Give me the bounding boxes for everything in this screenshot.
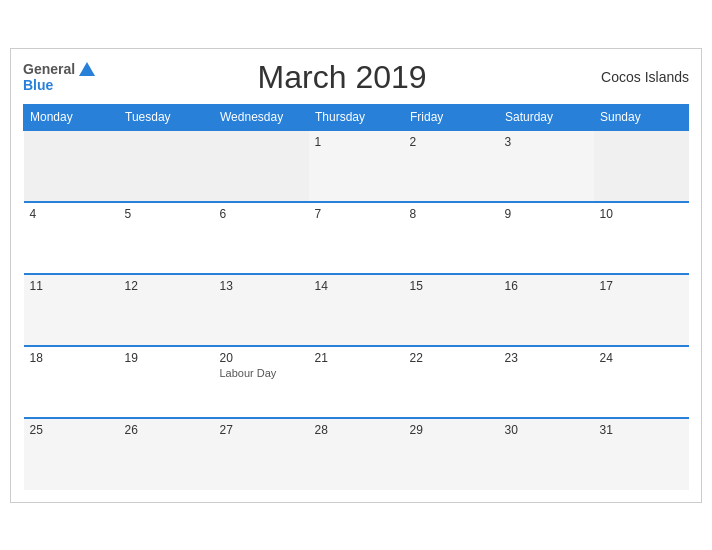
table-row: 5: [119, 202, 214, 274]
table-row: 27: [214, 418, 309, 490]
table-row: 6: [214, 202, 309, 274]
day-event: Labour Day: [220, 367, 303, 379]
table-row: 20Labour Day: [214, 346, 309, 418]
day-number: 2: [410, 135, 493, 149]
day-number: 29: [410, 423, 493, 437]
logo-blue-text: Blue: [23, 77, 53, 93]
day-number: 25: [30, 423, 113, 437]
table-row: [214, 130, 309, 202]
table-row: 25: [24, 418, 119, 490]
table-row: 14: [309, 274, 404, 346]
header-monday: Monday: [24, 104, 119, 130]
weekday-header-row: Monday Tuesday Wednesday Thursday Friday…: [24, 104, 689, 130]
header-thursday: Thursday: [309, 104, 404, 130]
table-row: 4: [24, 202, 119, 274]
day-number: 3: [505, 135, 588, 149]
calendar-title: March 2019: [95, 59, 589, 96]
day-number: 31: [600, 423, 683, 437]
day-number: 28: [315, 423, 398, 437]
table-row: 8: [404, 202, 499, 274]
table-row: [24, 130, 119, 202]
day-number: 14: [315, 279, 398, 293]
calendar-row-2: 11121314151617: [24, 274, 689, 346]
calendar-row-1: 45678910: [24, 202, 689, 274]
day-number: 27: [220, 423, 303, 437]
calendar-row-4: 25262728293031: [24, 418, 689, 490]
table-row: 23: [499, 346, 594, 418]
calendar-header: General Blue March 2019 Cocos Islands: [23, 59, 689, 96]
day-number: 8: [410, 207, 493, 221]
day-number: 10: [600, 207, 683, 221]
table-row: 13: [214, 274, 309, 346]
table-row: [119, 130, 214, 202]
day-number: 9: [505, 207, 588, 221]
day-number: 15: [410, 279, 493, 293]
table-row: 30: [499, 418, 594, 490]
table-row: 9: [499, 202, 594, 274]
day-number: 5: [125, 207, 208, 221]
table-row: 29: [404, 418, 499, 490]
table-row: 22: [404, 346, 499, 418]
calendar-row-0: 123: [24, 130, 689, 202]
header-sunday: Sunday: [594, 104, 689, 130]
day-number: 1: [315, 135, 398, 149]
day-number: 12: [125, 279, 208, 293]
table-row: 18: [24, 346, 119, 418]
day-number: 21: [315, 351, 398, 365]
day-number: 20: [220, 351, 303, 365]
table-row: 10: [594, 202, 689, 274]
day-number: 16: [505, 279, 588, 293]
day-number: 23: [505, 351, 588, 365]
table-row: 1: [309, 130, 404, 202]
day-number: 19: [125, 351, 208, 365]
table-row: [594, 130, 689, 202]
table-row: 12: [119, 274, 214, 346]
table-row: 15: [404, 274, 499, 346]
day-number: 18: [30, 351, 113, 365]
logo: General Blue: [23, 61, 95, 93]
calendar-row-3: 181920Labour Day21222324: [24, 346, 689, 418]
header-wednesday: Wednesday: [214, 104, 309, 130]
calendar-container: General Blue March 2019 Cocos Islands Mo…: [10, 48, 702, 503]
day-number: 24: [600, 351, 683, 365]
day-number: 7: [315, 207, 398, 221]
day-number: 4: [30, 207, 113, 221]
calendar-table: Monday Tuesday Wednesday Thursday Friday…: [23, 104, 689, 490]
table-row: 2: [404, 130, 499, 202]
region-label: Cocos Islands: [589, 69, 689, 85]
table-row: 7: [309, 202, 404, 274]
logo-triangle-icon: [79, 62, 95, 76]
table-row: 19: [119, 346, 214, 418]
table-row: 16: [499, 274, 594, 346]
table-row: 11: [24, 274, 119, 346]
day-number: 17: [600, 279, 683, 293]
day-number: 6: [220, 207, 303, 221]
table-row: 26: [119, 418, 214, 490]
table-row: 24: [594, 346, 689, 418]
header-tuesday: Tuesday: [119, 104, 214, 130]
table-row: 28: [309, 418, 404, 490]
day-number: 11: [30, 279, 113, 293]
day-number: 30: [505, 423, 588, 437]
day-number: 26: [125, 423, 208, 437]
day-number: 22: [410, 351, 493, 365]
table-row: 17: [594, 274, 689, 346]
day-number: 13: [220, 279, 303, 293]
table-row: 31: [594, 418, 689, 490]
table-row: 3: [499, 130, 594, 202]
logo-general-text: General: [23, 61, 75, 77]
table-row: 21: [309, 346, 404, 418]
header-saturday: Saturday: [499, 104, 594, 130]
header-friday: Friday: [404, 104, 499, 130]
